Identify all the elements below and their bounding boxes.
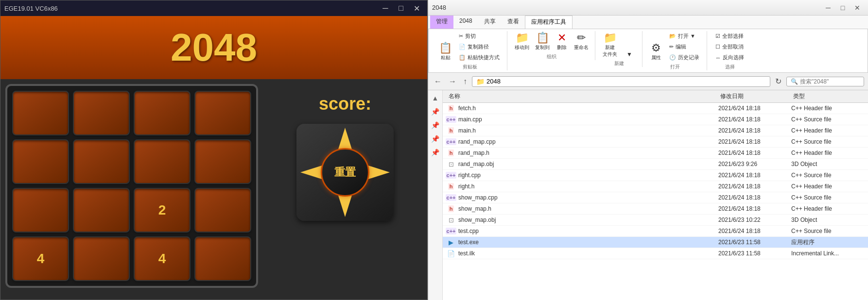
game-maximize-button[interactable]: □ [394,3,408,14]
deselect-all-button[interactable]: ☐ 全部取消 [712,42,747,52]
nav-up-button[interactable]: ↑ [461,76,469,87]
explorer-title-left: 2048 [432,4,446,11]
properties-button[interactable]: ⚙ 属性 [647,41,665,63]
table-row[interactable]: c++ main.cpp 2021/6/24 18:18 C++ Source … [443,114,868,125]
file-list: h fetch.h 2021/6/24 18:18 C++ Header fil… [443,103,868,259]
clipboard-small-buttons: ✂ 剪切 📄 复制路径 📋 粘贴快捷方式 [455,31,503,63]
tab-share[interactable]: 共享 [478,16,502,29]
file-date: 2021/6/24 18:18 [718,105,791,112]
score-display: score: [319,94,371,114]
open-small-buttons: 📂 打开 ▼ ✏ 编辑 🕐 历史记录 [666,31,703,63]
table-row[interactable]: h right.h 2021/6/24 18:18 C++ Header fil… [443,181,868,192]
nav-back-button[interactable]: ← [432,76,444,87]
cut-button[interactable]: ✂ 剪切 [455,31,503,41]
col-date[interactable]: 修改日期 [718,91,791,101]
edit-button[interactable]: ✏ 编辑 [666,42,703,52]
open-button[interactable]: 📂 打开 ▼ [666,31,703,41]
new-buttons: 📁 新建文件夹 ▼ [600,31,638,59]
file-name-cell: ⊡ rand_map.obj [447,160,718,168]
explorer-close-button[interactable]: ✕ [851,2,864,13]
table-row[interactable]: ▶ test.exe 2021/6/23 11:58 应用程序 [443,237,868,248]
tab-view[interactable]: 查看 [502,16,525,29]
invert-selection-button[interactable]: ↔ 反向选择 [712,52,747,63]
new-folder-button[interactable]: 📁 新建文件夹 [600,31,620,59]
file-name-cell: c++ show_map.cpp [447,193,718,202]
nav-forward-button[interactable]: → [447,76,458,87]
explorer-maximize-button[interactable]: □ [836,2,850,13]
file-name-cell: ▶ test.exe [447,238,718,247]
table-row[interactable]: c++ rand_map.cpp 2021/6/24 18:18 C++ Sou… [443,136,868,148]
table-row[interactable]: h fetch.h 2021/6/24 18:18 C++ Header fil… [443,103,868,114]
file-icon-cpp: c++ [447,193,455,202]
rename-icon: ✏ [577,33,586,43]
file-name-cell: 📄 test.ilk [447,249,718,258]
cut-icon: ✂ [459,33,463,39]
history-button[interactable]: 🕐 历史记录 [666,52,703,63]
tile [134,139,191,184]
tab-manage[interactable]: 管理 [430,16,453,29]
delete-icon: ✕ [557,33,566,43]
select-label: 选择 [725,64,735,70]
file-date: 2021/6/23 11:58 [718,239,791,246]
file-date: 2021/6/24 18:18 [718,172,791,179]
table-row[interactable]: ⊡ show_map.obj 2021/6/23 10:22 3D Object [443,215,868,226]
dpad[interactable]: 重置 [296,124,394,221]
file-date: 2021/6/24 18:18 [718,116,791,123]
address-path[interactable]: 📁 2048 [472,76,770,87]
move-to-button[interactable]: 📁 移动到 [512,31,532,52]
reset-button[interactable]: 重置 [321,148,369,197]
folder-icon: 📁 [476,78,485,85]
paste-shortcut-button[interactable]: 📋 粘贴快捷方式 [455,52,503,63]
rename-button[interactable]: ✏ 重命名 [572,31,591,52]
search-box[interactable]: 🔍 [786,77,864,86]
file-type: 3D Object [791,217,864,223]
ribbon-group-open: ⚙ 属性 📂 打开 ▼ ✏ 编辑 🕐 历史记录 [643,31,707,70]
file-type: C++ Header file [791,150,864,156]
explorer-title-bar: 2048 ─ □ ✕ [428,0,868,16]
refresh-button[interactable]: ↻ [773,76,783,87]
table-row[interactable]: ⊡ rand_map.obj 2021/6/23 9:26 3D Object [443,159,868,170]
select-all-button[interactable]: ☑ 全部选择 [712,31,747,41]
file-type: C++ Header file [791,205,864,212]
file-icon-cpp: c++ [447,137,455,146]
file-date: 2021/6/23 11:58 [718,250,791,257]
nav-panel: ▲ 📌 📌 📌 📌 [428,90,443,300]
table-row[interactable]: c++ right.cpp 2021/6/24 18:18 C++ Source… [443,170,868,181]
pin-button-3[interactable]: 📌 [429,133,441,145]
file-name: main.h [458,127,476,134]
table-row[interactable]: h show_map.h 2021/6/24 18:18 C++ Header … [443,203,868,215]
explorer-minimize-button[interactable]: ─ [821,2,835,13]
nav-panel-scroll-up[interactable]: ▲ [430,92,441,104]
file-date: 2021/6/24 18:18 [718,183,791,190]
table-row[interactable]: h rand_map.h 2021/6/24 18:18 C++ Header … [443,148,868,159]
file-type: C++ Source file [791,194,864,201]
delete-button[interactable]: ✕ 删除 [553,31,571,52]
file-name: show_map.h [458,205,491,212]
file-name-cell: c++ right.cpp [447,171,718,180]
copy-to-button[interactable]: 📋 复制到 [533,31,552,52]
file-name-cell: c++ test.cpp [447,227,718,235]
tab-app-tools[interactable]: 应用程序工具 [525,16,573,29]
tab-2048[interactable]: 2048 [453,16,478,29]
copy-path-button[interactable]: 📄 复制路径 [455,42,503,52]
pin-button-2[interactable]: 📌 [429,119,441,131]
col-name[interactable]: 名称 [447,91,718,101]
game-minimize-button[interactable]: ─ [379,3,392,14]
pin-button-4[interactable]: 📌 [429,147,441,158]
file-name-cell: c++ rand_map.cpp [447,137,718,146]
tile [194,139,251,184]
pin-button-1[interactable]: 📌 [429,106,441,117]
table-row[interactable]: c++ test.cpp 2021/6/24 18:18 C++ Source … [443,226,868,237]
tile [12,139,69,184]
new-item-dropdown-button[interactable]: ▼ [621,50,638,59]
search-input[interactable] [800,78,860,85]
table-row[interactable]: c++ show_map.cpp 2021/6/24 18:18 C++ Sou… [443,192,868,203]
clipboard-label: 剪贴板 [463,64,477,70]
paste-button[interactable]: 📋 粘贴 [436,41,454,63]
col-type[interactable]: 类型 [791,91,864,101]
game-title-buttons: ─ □ ✕ [379,3,423,14]
table-row[interactable]: h main.h 2021/6/24 18:18 C++ Header file [443,125,868,136]
table-row[interactable]: 📄 test.ilk 2021/6/23 11:58 Incremental L… [443,248,868,259]
game-close-button[interactable]: ✕ [410,3,423,14]
properties-icon: ⚙ [651,43,661,53]
